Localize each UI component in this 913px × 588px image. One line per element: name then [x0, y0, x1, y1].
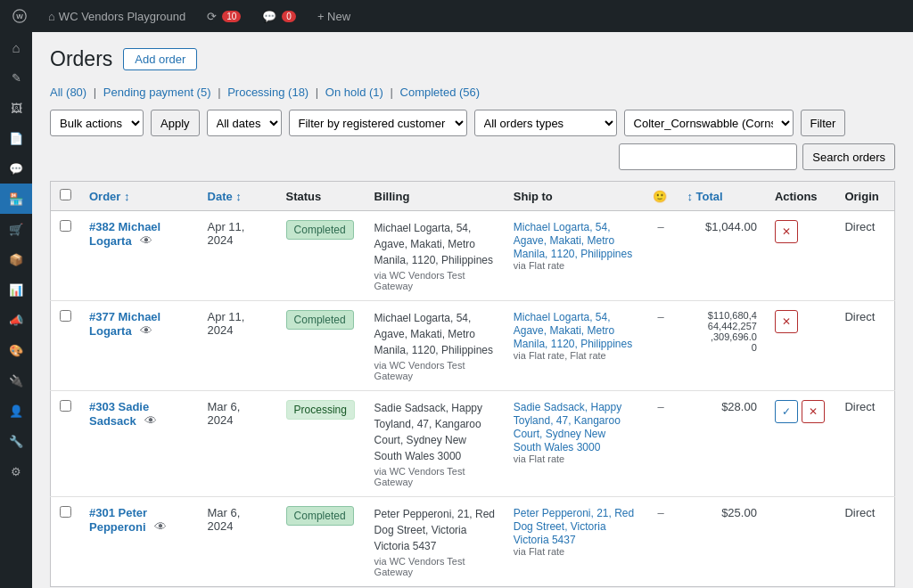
- origin-label: Direct: [844, 400, 875, 413]
- sidebar-item-tools[interactable]: 🔧: [0, 426, 32, 456]
- order-cell: #301 Peter Pepperoni 👁: [80, 497, 199, 587]
- eye-icon[interactable]: 👁: [140, 323, 152, 338]
- filter-processing[interactable]: Processing (18): [227, 86, 308, 99]
- origin-cell: Direct: [835, 391, 894, 497]
- main-content: Orders Orders Add order All (80) | Pendi…: [32, 0, 913, 588]
- sidebar-item-marketing[interactable]: 📣: [0, 305, 32, 335]
- sidebar-item-appearance[interactable]: 🎨: [0, 335, 32, 365]
- icon-cell: –: [644, 391, 679, 497]
- customer-filter-select[interactable]: Filter by registered customer: [289, 110, 467, 136]
- sidebar-item-media[interactable]: 🖼: [0, 93, 32, 123]
- eye-icon[interactable]: 👁: [154, 519, 167, 534]
- complete-order-button[interactable]: ✓: [775, 400, 798, 423]
- eye-icon[interactable]: 👁: [144, 413, 157, 428]
- actions-cell: ✕: [766, 211, 836, 301]
- total-amount: $110,680,464,442,257,309,696.00: [687, 310, 756, 353]
- icon-col-header: 🙂: [644, 182, 679, 211]
- order-link[interactable]: #303 Sadie Sadsack: [89, 400, 149, 428]
- row-checkbox[interactable]: [60, 220, 71, 232]
- billing-cell: Peter Pepperoni, 21, Red Dog Street, Vic…: [366, 497, 505, 587]
- ship-to-link[interactable]: Peter Pepperoni, 21, Red Dog Street, Vic…: [514, 507, 634, 546]
- vendor-filter-select[interactable]: Colter_Cornswabble (Cornswab...: [624, 110, 794, 136]
- search-input[interactable]: [619, 143, 797, 170]
- origin-cell: Direct: [835, 497, 894, 587]
- billing-cell: Michael Logarta, 54, Agave, Makati, Metr…: [366, 211, 505, 301]
- total-cell: $28.00: [678, 391, 765, 497]
- sidebar-item-pages[interactable]: 📄: [0, 123, 32, 153]
- total-col-header[interactable]: ↕ Total: [678, 182, 765, 211]
- ship-to-link[interactable]: Michael Logarta, 54, Agave, Makati, Metr…: [514, 311, 632, 350]
- actions-cell: ✓ ✕: [766, 391, 836, 497]
- row-checkbox[interactable]: [60, 310, 71, 322]
- sidebar-item-analytics[interactable]: 📊: [0, 274, 32, 305]
- filter-all[interactable]: All (80): [50, 86, 86, 99]
- billing-address: Michael Logarta, 54, Agave, Makati, Metr…: [374, 220, 496, 268]
- sidebar-item-plugins[interactable]: 🔌: [0, 365, 32, 396]
- date-col-header[interactable]: Date ↕: [199, 182, 277, 211]
- updates-icon: ⟳: [207, 10, 217, 23]
- origin-cell: Direct: [835, 301, 894, 391]
- date-cell: Apr 11, 2024: [199, 211, 277, 301]
- filter-completed[interactable]: Completed (56): [400, 86, 481, 99]
- search-orders-button[interactable]: Search orders: [802, 143, 895, 170]
- order-link[interactable]: #301 Peter Pepperoni: [89, 506, 147, 534]
- order-cell: #377 Michael Logarta 👁: [80, 301, 199, 391]
- status-cell: Processing: [277, 391, 366, 497]
- apply-button[interactable]: Apply: [151, 110, 200, 136]
- order-col-header[interactable]: Order ↕: [80, 182, 199, 211]
- sidebar-item-dashboard[interactable]: ⌂: [0, 32, 32, 62]
- updates-badge: 10: [222, 11, 241, 22]
- sidebar-item-comments[interactable]: 💬: [0, 153, 32, 184]
- ship-via: via Flat rate: [514, 546, 635, 557]
- select-all-checkbox[interactable]: [60, 189, 71, 200]
- ship-to-link[interactable]: Sadie Sadsack, Happy Toyland, 47, Kangar…: [514, 401, 621, 453]
- filter-button[interactable]: Filter: [801, 110, 846, 136]
- page-title: Orders: [50, 47, 112, 71]
- date-cell: Mar 6, 2024: [199, 391, 277, 497]
- row-checkbox[interactable]: [60, 400, 71, 412]
- status-badge: Completed: [286, 310, 354, 330]
- cancel-order-button[interactable]: ✕: [802, 400, 825, 423]
- billing-gateway: via WC Vendors Test Gateway: [374, 466, 496, 487]
- billing-address: Peter Pepperoni, 21, Red Dog Street, Vic…: [374, 506, 496, 554]
- cancel-order-button[interactable]: ✕: [775, 220, 798, 243]
- select-all-col: [51, 182, 81, 211]
- comments-icon: 💬: [262, 10, 276, 23]
- billing-gateway: via WC Vendors Test Gateway: [374, 360, 496, 381]
- sidebar-item-settings[interactable]: ⚙: [0, 456, 32, 486]
- ship-to-link[interactable]: Michael Logarta, 54, Agave, Makati, Metr…: [514, 221, 632, 260]
- sidebar-item-posts[interactable]: ✎: [0, 62, 32, 93]
- billing-col-header: Billing: [366, 182, 505, 211]
- sidebar-item-woocommerce[interactable]: 🛒: [0, 214, 32, 244]
- filter-onhold[interactable]: On hold (1): [325, 86, 383, 99]
- shipto-cell: Peter Pepperoni, 21, Red Dog Street, Vic…: [505, 497, 644, 587]
- eye-icon[interactable]: 👁: [140, 233, 152, 248]
- icon-cell: –: [644, 301, 679, 391]
- row-checkbox[interactable]: [60, 506, 71, 518]
- order-type-select[interactable]: All orders types: [474, 110, 617, 136]
- date-filter-select[interactable]: All dates: [207, 110, 282, 136]
- order-date: Apr 11, 2024: [208, 220, 245, 247]
- order-date: Mar 6, 2024: [208, 400, 241, 427]
- admin-bar-comments[interactable]: 💬 0: [257, 0, 301, 32]
- bulk-actions-select[interactable]: Bulk actions: [50, 110, 144, 136]
- admin-bar-site[interactable]: ⌂ WC Vendors Playground: [43, 0, 191, 32]
- admin-bar-new[interactable]: + New: [312, 0, 356, 32]
- shipto-cell: Michael Logarta, 54, Agave, Makati, Metr…: [505, 211, 644, 301]
- cancel-order-button[interactable]: ✕: [775, 310, 798, 333]
- billing-gateway: via WC Vendors Test Gateway: [374, 556, 496, 577]
- date-cell: Mar 6, 2024: [199, 497, 277, 587]
- actions-col-header: Actions: [766, 182, 836, 211]
- admin-bar-updates[interactable]: ⟳ 10: [202, 0, 246, 32]
- actions-cell: [766, 497, 836, 587]
- sidebar-item-wcvendors[interactable]: 🏪: [0, 184, 32, 214]
- sidebar-item-users[interactable]: 👤: [0, 396, 32, 426]
- origin-label: Direct: [844, 220, 875, 233]
- origin-col-header: Origin: [835, 182, 894, 211]
- filter-links: All (80) | Pending payment (5) | Process…: [50, 86, 895, 99]
- ship-via: via Flat rate: [514, 453, 635, 464]
- table-row: #303 Sadie Sadsack 👁 Mar 6, 2024 Process…: [51, 391, 895, 497]
- filter-pending[interactable]: Pending payment (5): [103, 86, 211, 99]
- sidebar-item-products[interactable]: 📦: [0, 244, 32, 274]
- add-order-button[interactable]: Add order: [123, 48, 197, 70]
